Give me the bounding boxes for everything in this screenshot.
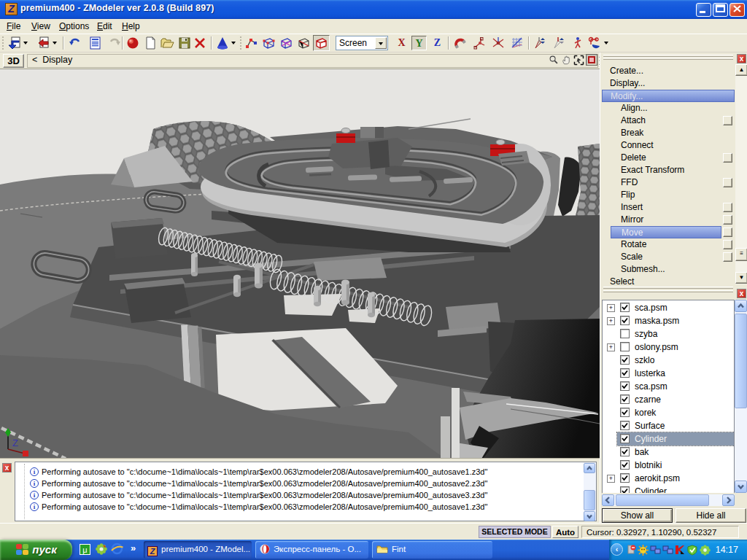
svg-text:Z: Z (12, 438, 18, 448)
